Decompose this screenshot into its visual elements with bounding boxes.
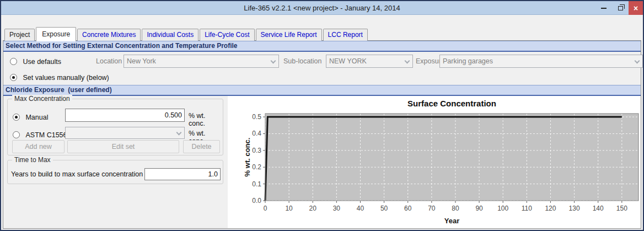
sublocation-value: NEW YORK — [329, 57, 367, 65]
svg-text:30: 30 — [333, 205, 341, 212]
title-bar: Life-365 v2.2.1 <new project> - January … — [1, 1, 643, 15]
tab-lcc-report[interactable]: LCC Report — [323, 29, 368, 41]
set-manually-radio[interactable] — [10, 74, 17, 81]
delete-button[interactable]: Delete — [183, 140, 220, 153]
chevron-down-icon — [271, 58, 276, 64]
astm-label: ASTM C1556 — [25, 131, 67, 139]
svg-text:0.4: 0.4 — [252, 130, 261, 137]
chevron-down-icon — [635, 58, 640, 64]
set-manually-option[interactable]: Set values manually (below) — [10, 72, 109, 82]
svg-text:10: 10 — [285, 205, 293, 212]
manual-unit-label: % wt. conc. — [189, 112, 223, 127]
edit-set-button[interactable]: Edit set — [67, 140, 179, 153]
svg-text:110: 110 — [522, 205, 532, 212]
add-new-button[interactable]: Add new — [12, 140, 65, 153]
tab-concrete-mixtures[interactable]: Concrete Mixtures — [77, 29, 141, 41]
astm-option[interactable]: ASTM C1556 — [13, 130, 67, 139]
app-window: Life-365 v2.2.1 <new project> - January … — [0, 0, 644, 231]
svg-text:120: 120 — [545, 205, 556, 212]
method-rows: Use defaults Location New York Sub-locat… — [3, 52, 641, 85]
svg-text:70: 70 — [428, 205, 436, 212]
exposure-value: Parking garages — [443, 57, 493, 65]
svg-text:90: 90 — [475, 205, 483, 212]
tab-service-life-report[interactable]: Service Life Report — [256, 29, 322, 41]
svg-text:0: 0 — [264, 205, 267, 212]
method-section-header: Select Method for Setting External Conce… — [3, 41, 641, 52]
chloride-form-panel: Max Concentration Manual % wt. conc. AST… — [3, 96, 228, 228]
exposure-tab-panel: Select Method for Setting External Conce… — [3, 40, 641, 229]
svg-text:20: 20 — [309, 205, 317, 212]
max-concentration-group-label: Max Concentration — [12, 95, 72, 103]
restore-icon — [618, 6, 623, 10]
location-value: New York — [127, 57, 156, 65]
window-controls: × — [595, 1, 643, 15]
manual-radio[interactable] — [13, 114, 20, 121]
svg-text:50: 50 — [380, 205, 388, 212]
max-concentration-group: Max Concentration Manual % wt. conc. AST… — [7, 99, 223, 155]
window-title: Life-365 v2.2.1 <new project> - January … — [244, 4, 400, 12]
chloride-body: Max Concentration Manual % wt. conc. AST… — [3, 96, 641, 228]
svg-text:0.0: 0.0 — [252, 197, 261, 205]
manual-concentration-input[interactable] — [65, 109, 185, 122]
surface-concentration-chart: 01020304050607080901001101201301401500.0… — [228, 96, 641, 228]
svg-text:80: 80 — [452, 205, 459, 212]
svg-text:100: 100 — [497, 205, 508, 212]
minimize-icon — [601, 8, 607, 9]
svg-text:60: 60 — [404, 205, 412, 212]
minimize-button[interactable] — [595, 1, 612, 15]
svg-text:0.2: 0.2 — [252, 163, 261, 171]
close-icon: × — [634, 4, 638, 13]
svg-text:0.5: 0.5 — [252, 113, 261, 121]
years-to-max-input[interactable] — [144, 168, 221, 180]
svg-text:0.3: 0.3 — [252, 147, 261, 154]
restore-button[interactable] — [612, 1, 629, 15]
tab-exposure[interactable]: Exposure — [36, 27, 76, 41]
use-defaults-option[interactable]: Use defaults — [10, 56, 61, 66]
manual-option[interactable]: Manual — [13, 112, 48, 122]
chloride-section-header: Chloride Exposure (user defined) — [3, 85, 641, 96]
close-button[interactable]: × — [629, 1, 643, 15]
chevron-down-icon — [405, 58, 410, 64]
svg-text:140: 140 — [593, 205, 604, 212]
svg-text:% wt. conc.: % wt. conc. — [243, 138, 251, 177]
location-label: Location — [96, 57, 122, 65]
time-to-max-group-label: Time to Max — [12, 156, 53, 164]
astm-combobox[interactable] — [65, 127, 185, 139]
use-defaults-label: Use defaults — [23, 58, 61, 66]
chart-panel: 01020304050607080901001101201301401500.0… — [228, 96, 641, 228]
svg-text:40: 40 — [357, 205, 364, 212]
tab-life-cycle-cost[interactable]: Life-Cycle Cost — [200, 29, 254, 41]
time-to-max-group: Time to Max Years to build to max surfac… — [7, 160, 223, 184]
manual-label: Manual — [25, 114, 48, 121]
svg-text:Year: Year — [444, 217, 459, 225]
exposure-combobox[interactable]: Parking garages — [439, 55, 643, 68]
svg-text:0.1: 0.1 — [252, 180, 261, 188]
use-defaults-radio[interactable] — [10, 58, 17, 65]
svg-text:130: 130 — [569, 205, 580, 212]
astm-radio[interactable] — [13, 131, 20, 138]
tab-bar: ProjectExposureConcrete MixturesIndividu… — [4, 27, 369, 41]
sublocation-label: Sub-location — [283, 57, 322, 65]
sublocation-combobox[interactable]: NEW YORK — [326, 55, 413, 68]
svg-text:Surface Concentration: Surface Concentration — [407, 99, 496, 108]
chevron-down-icon — [176, 130, 182, 136]
years-to-max-label: Years to build to max surface concentrat… — [11, 170, 143, 178]
tab-project[interactable]: Project — [4, 29, 35, 41]
location-combobox[interactable]: New York — [124, 55, 279, 68]
svg-text:150: 150 — [616, 205, 627, 212]
set-manually-label: Set values manually (below) — [23, 74, 109, 82]
tab-individual-costs[interactable]: Individual Costs — [142, 29, 198, 41]
